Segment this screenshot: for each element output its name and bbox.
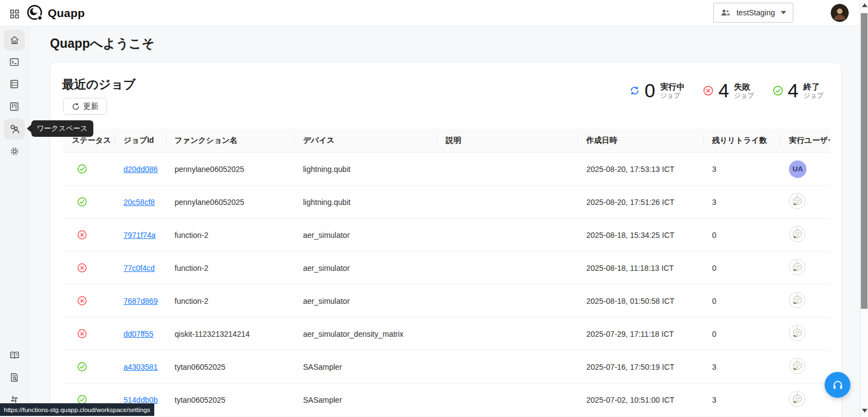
col-status: ステータス bbox=[63, 136, 115, 146]
job-id-link[interactable]: 7687d869 bbox=[124, 297, 158, 305]
job-stats: 0 実行中 ジョブ 4 失敗 ジョブ 4 終了 bbox=[630, 81, 824, 100]
created-at-cell: 2025-07-16, 17:50:19 ICT bbox=[578, 363, 703, 371]
cartoon-avatar bbox=[789, 325, 805, 341]
running-count: 0 bbox=[645, 81, 655, 100]
refresh-button-label: 更新 bbox=[83, 102, 99, 112]
run-user-cell bbox=[780, 226, 830, 244]
device-cell: SASampler bbox=[294, 396, 437, 404]
sidebar-item-home[interactable] bbox=[4, 30, 25, 51]
run-user-cell bbox=[780, 391, 830, 409]
sidebar-item-settings[interactable] bbox=[4, 141, 25, 162]
vertical-scrollbar bbox=[860, 0, 868, 417]
docs-book-icon bbox=[9, 350, 20, 360]
retries-cell: 3 bbox=[703, 396, 780, 404]
created-at-cell: 2025-08-18, 15:34:25 ICT bbox=[578, 231, 703, 240]
app-launcher-button[interactable] bbox=[8, 8, 20, 20]
error-status-icon bbox=[77, 329, 87, 338]
created-at-cell: 2025-08-18, 11:18:13 ICT bbox=[578, 264, 703, 273]
stat-running: 0 実行中 ジョブ bbox=[630, 81, 685, 100]
sidebar-item-logs[interactable] bbox=[4, 367, 25, 388]
scrollbar-thumb[interactable] bbox=[861, 13, 867, 309]
function-name-cell: tytan06052025 bbox=[166, 396, 294, 404]
settings-gear-icon bbox=[9, 146, 20, 157]
page-title: Quappへようこそ bbox=[50, 35, 155, 52]
cartoon-avatar bbox=[789, 391, 805, 407]
success-status-icon bbox=[77, 164, 87, 174]
status-cell bbox=[63, 362, 115, 371]
status-cell bbox=[63, 230, 115, 240]
database-icon bbox=[9, 79, 19, 89]
error-status-icon bbox=[77, 230, 87, 240]
user-avatar[interactable] bbox=[831, 4, 849, 22]
run-user-cell bbox=[780, 193, 830, 211]
grid-launcher-icon bbox=[10, 9, 19, 19]
function-name-cell: pennylane06052025 bbox=[166, 198, 294, 207]
logo-text: Quapp bbox=[48, 7, 85, 20]
success-status-icon bbox=[77, 197, 87, 207]
col-retries-left: 残りリトライ数 bbox=[703, 136, 780, 146]
device-cell: lightning.qubit bbox=[294, 198, 437, 207]
col-run-user: 実行ユーザー bbox=[780, 136, 830, 146]
col-function-name: ファンクション名 bbox=[166, 136, 294, 146]
link-status-bar: https://functions-stg.quapp.cloud/worksp… bbox=[0, 403, 154, 416]
status-cell bbox=[63, 164, 115, 174]
table-row: 7687d869 function-2 aer_simulator 2025-0… bbox=[63, 285, 830, 318]
success-status-icon bbox=[77, 362, 87, 371]
function-name-cell: tytan06052025 bbox=[166, 363, 294, 371]
device-cell: aer_simulator bbox=[294, 231, 437, 240]
status-cell bbox=[63, 263, 115, 273]
status-cell bbox=[63, 197, 115, 207]
job-id-link[interactable]: 77c0f4cd bbox=[124, 264, 155, 273]
quapp-logo[interactable]: Quapp bbox=[26, 4, 85, 23]
finished-unit: ジョブ bbox=[803, 92, 824, 99]
job-id-link[interactable]: 20c58cf8 bbox=[124, 198, 155, 207]
job-id-link[interactable]: a4303581 bbox=[124, 363, 158, 371]
workspace-selector[interactable]: testStaging bbox=[713, 3, 793, 23]
table-row: 77c0f4cd function-2 aer_simulator 2025-0… bbox=[63, 252, 830, 285]
retries-cell: 0 bbox=[703, 231, 780, 240]
sidebar-item-docs[interactable] bbox=[4, 344, 25, 365]
function-name-cell: function-2 bbox=[166, 264, 294, 273]
terminal-icon bbox=[9, 57, 19, 67]
retries-cell: 3 bbox=[703, 198, 780, 207]
sidebar-item-terminal[interactable] bbox=[4, 52, 25, 73]
support-button[interactable] bbox=[825, 372, 850, 398]
file-search-icon bbox=[9, 372, 19, 382]
run-user-cell: UA bbox=[780, 160, 830, 178]
device-cell: aer_simulator_density_matrix bbox=[294, 330, 437, 338]
run-user-cell bbox=[780, 325, 830, 343]
error-status-icon bbox=[77, 263, 87, 273]
col-device: デバイス bbox=[294, 136, 437, 146]
job-id-link[interactable]: dd07ff55 bbox=[124, 330, 153, 338]
workspace-selector-label: testStaging bbox=[735, 8, 776, 17]
sidebar-item-projects[interactable] bbox=[4, 96, 25, 117]
stat-failed: 4 失敗 ジョブ bbox=[703, 81, 754, 100]
error-status-icon bbox=[77, 296, 87, 305]
retries-cell: 0 bbox=[703, 264, 780, 273]
sidebar-nav bbox=[0, 26, 29, 417]
col-job-id: ジョブId bbox=[115, 136, 166, 146]
created-at-cell: 2025-07-02, 10:51:00 ICT bbox=[578, 396, 703, 404]
team-icon bbox=[720, 8, 731, 17]
status-cell bbox=[63, 296, 115, 305]
failed-label: 失敗 bbox=[734, 81, 754, 92]
sidebar-item-workspace[interactable] bbox=[4, 119, 25, 140]
created-at-cell: 2025-08-20, 17:53:13 ICT bbox=[578, 165, 703, 174]
function-name-cell: qiskit-1123213214214 bbox=[166, 330, 294, 338]
scroll-up-arrow-icon[interactable] bbox=[862, 3, 867, 7]
job-id-link[interactable]: 7971f74a bbox=[124, 231, 155, 240]
cartoon-avatar bbox=[789, 193, 805, 209]
function-name-cell: function-2 bbox=[166, 231, 294, 240]
refresh-button[interactable]: 更新 bbox=[63, 98, 107, 115]
scroll-down-arrow-icon[interactable] bbox=[862, 409, 867, 413]
retries-cell: 3 bbox=[703, 165, 780, 174]
table-row: 7971f74a function-2 aer_simulator 2025-0… bbox=[63, 219, 830, 252]
top-header: Quapp testStaging bbox=[0, 0, 868, 26]
table-row: 514ddb0b tytan06052025 SASampler 2025-07… bbox=[63, 383, 830, 416]
sidebar-item-functions[interactable] bbox=[4, 74, 25, 94]
project-board-icon bbox=[9, 102, 19, 112]
caret-down-icon bbox=[781, 11, 786, 14]
device-cell: lightning.qubit bbox=[294, 165, 437, 174]
job-id-link[interactable]: d20dd086 bbox=[124, 165, 158, 174]
recent-jobs-title: 最近のジョブ bbox=[62, 76, 136, 93]
